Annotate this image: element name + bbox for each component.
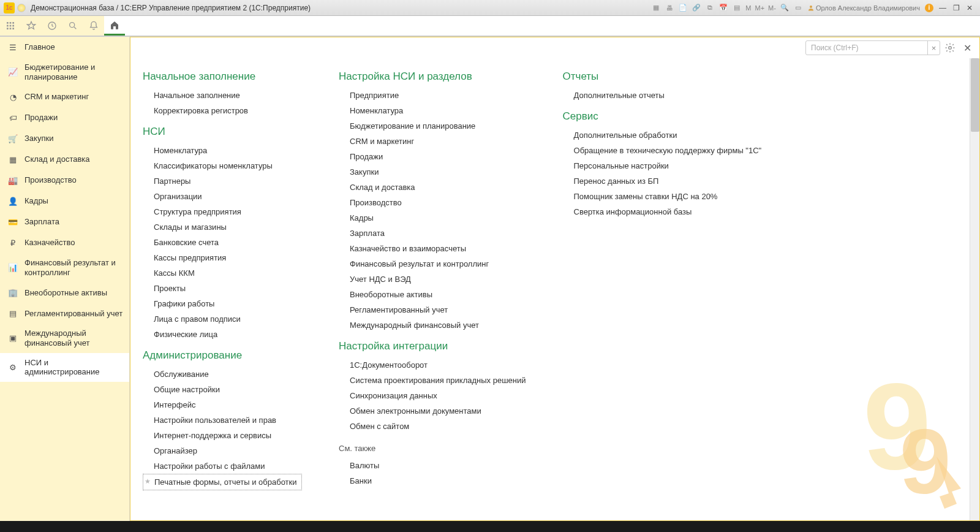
scale-m-minus[interactable]: M- bbox=[768, 4, 776, 12]
link-user-rights-settings[interactable]: Настройки пользователей и прав bbox=[143, 412, 302, 428]
toolbar-calc-icon[interactable]: ▤ bbox=[731, 2, 742, 13]
sidebar-item-main[interactable]: ☰Главное bbox=[0, 37, 129, 58]
link-cfg-budget[interactable]: Бюджетирование и планирование bbox=[339, 118, 526, 134]
current-user[interactable]: Орлов Александр Владимирович bbox=[807, 4, 920, 12]
link-internet-support[interactable]: Интернет-поддержка и сервисы bbox=[143, 428, 302, 443]
sidebar-item-salary[interactable]: 💳Зарплата bbox=[0, 211, 129, 232]
sidebar-item-warehouse[interactable]: ▦Склад и доставка bbox=[0, 149, 129, 170]
link-cfg-hr[interactable]: Кадры bbox=[339, 210, 526, 226]
link-cfg-intlaccount[interactable]: Международный финансовый учет bbox=[339, 317, 526, 333]
link-projects[interactable]: Проекты bbox=[143, 281, 302, 296]
minimize-button[interactable]: — bbox=[936, 2, 949, 13]
info-icon[interactable]: i bbox=[925, 4, 933, 12]
panel-settings-button[interactable] bbox=[943, 40, 957, 55]
link-vat20-assistant[interactable]: Помощник замены ставки НДС на 20% bbox=[563, 189, 762, 204]
link-enterprise-cashdesks[interactable]: Кассы предприятия bbox=[143, 250, 302, 265]
link-partners[interactable]: Партнеры bbox=[143, 173, 302, 189]
link-interface[interactable]: Интерфейс bbox=[143, 397, 302, 412]
link-bp-data-transfer[interactable]: Перенос данных из БП bbox=[563, 173, 762, 189]
link-cfg-sales[interactable]: Продажи bbox=[339, 149, 526, 164]
toolbar-link-icon[interactable]: 🔗 bbox=[691, 2, 702, 13]
maximize-button[interactable]: ❐ bbox=[949, 2, 963, 13]
link-warehouses-stores[interactable]: Склады и магазины bbox=[143, 219, 302, 235]
sidebar-item-finresult[interactable]: 📊Финансовый результат и контроллинг bbox=[0, 253, 129, 282]
link-data-sync[interactable]: Синхронизация данных bbox=[339, 388, 526, 403]
scrollbar[interactable] bbox=[970, 58, 979, 520]
link-cfg-treasury[interactable]: Казначейство и взаиморасчеты bbox=[339, 241, 526, 256]
toolbar-compare-icon[interactable]: ⧉ bbox=[704, 2, 715, 13]
link-kkm-cashdesks[interactable]: Кассы ККМ bbox=[143, 265, 302, 281]
link-support-request[interactable]: Обращение в техническую поддержку фирмы … bbox=[563, 143, 762, 158]
link-1c-docflow[interactable]: 1С:Документооборот bbox=[339, 357, 526, 373]
link-additional-reports[interactable]: Дополнительные отчеты bbox=[563, 88, 762, 103]
toolbar-calendar-icon[interactable]: 📅 bbox=[718, 2, 729, 13]
scale-m[interactable]: M bbox=[745, 4, 751, 12]
link-cfg-vat-ved[interactable]: Учет НДС и ВЭД bbox=[339, 272, 526, 287]
section-see-also: См. также bbox=[339, 444, 526, 453]
link-appdesign-system[interactable]: Система проектирования прикладных решени… bbox=[339, 373, 526, 388]
link-individuals[interactable]: Физические лица bbox=[143, 327, 302, 342]
scrollbar-thumb[interactable] bbox=[971, 58, 979, 132]
toolbar-doc-icon[interactable]: 📄 bbox=[677, 2, 688, 13]
link-organizer[interactable]: Органайзер bbox=[143, 443, 302, 458]
sidebar-item-nsi-admin[interactable]: ⚙НСИ и администрирование bbox=[0, 353, 129, 382]
link-maintenance[interactable]: Обслуживание bbox=[143, 367, 302, 382]
sidebar-item-intlaccount[interactable]: ▣Международный финансовый учет bbox=[0, 324, 129, 352]
search-input[interactable] bbox=[806, 44, 927, 52]
link-cfg-production[interactable]: Производство bbox=[339, 195, 526, 210]
link-additional-processing[interactable]: Дополнительные обработки bbox=[563, 127, 762, 143]
link-site-exchange[interactable]: Обмен с сайтом bbox=[339, 419, 526, 434]
toolbar-print-icon[interactable]: 🖶 bbox=[664, 2, 675, 13]
home-tab[interactable] bbox=[104, 16, 125, 36]
sidebar-item-hr[interactable]: 👤Кадры bbox=[0, 191, 129, 211]
link-nomenclature[interactable]: Номенклатура bbox=[143, 143, 302, 158]
link-nomenclature-classifiers[interactable]: Классификаторы номенклатуры bbox=[143, 158, 302, 173]
favorites-button[interactable] bbox=[21, 16, 42, 36]
sidebar-item-crm[interactable]: ◔CRM и маркетинг bbox=[0, 86, 129, 107]
globe-icon: ▣ bbox=[6, 333, 20, 343]
toolbar-grid-icon[interactable]: ▦ bbox=[650, 2, 662, 13]
link-cfg-warehouse[interactable]: Склад и доставка bbox=[339, 180, 526, 195]
sidebar-item-budget[interactable]: 📈Бюджетирование и планирование bbox=[0, 58, 129, 86]
link-register-correction[interactable]: Корректировка регистров bbox=[143, 103, 302, 118]
sidebar-item-regaccount[interactable]: ▤Регламентированный учет bbox=[0, 303, 129, 324]
link-signatories[interactable]: Лица с правом подписи bbox=[143, 311, 302, 327]
link-cfg-regaccount[interactable]: Регламентированный учет bbox=[339, 302, 526, 317]
history-button[interactable] bbox=[42, 16, 62, 36]
link-cfg-purchases[interactable]: Закупки bbox=[339, 164, 526, 180]
link-currencies[interactable]: Валюты bbox=[339, 458, 526, 473]
link-cfg-nomenclature[interactable]: Номенклатура bbox=[339, 103, 526, 118]
sidebar-item-purchases[interactable]: 🛒Закупки bbox=[0, 128, 129, 149]
link-cfg-salary[interactable]: Зарплата bbox=[339, 226, 526, 241]
link-print-forms-reports[interactable]: Печатные формы, отчеты и обработки bbox=[143, 474, 302, 490]
sidebar-item-sales[interactable]: 🏷Продажи bbox=[0, 107, 129, 128]
toolbar-book-icon[interactable]: ▭ bbox=[793, 2, 804, 13]
search-box[interactable]: × bbox=[805, 40, 940, 55]
link-personal-settings[interactable]: Персональные настройки bbox=[563, 158, 762, 173]
link-initial-fill[interactable]: Начальное заполнение bbox=[143, 88, 302, 103]
scale-m-plus[interactable]: M+ bbox=[755, 4, 765, 12]
panel-close-button[interactable]: ✕ bbox=[960, 40, 974, 55]
link-cfg-enterprise[interactable]: Предприятие bbox=[339, 88, 526, 103]
search-clear-button[interactable]: × bbox=[927, 41, 940, 55]
link-cfg-finresult[interactable]: Финансовый результат и контроллинг bbox=[339, 256, 526, 272]
sidebar-item-assets[interactable]: 🏢Внеоборотные активы bbox=[0, 282, 129, 303]
link-work-schedules[interactable]: Графики работы bbox=[143, 296, 302, 311]
link-cfg-assets[interactable]: Внеоборотные активы bbox=[339, 287, 526, 302]
search-button[interactable] bbox=[62, 16, 83, 36]
link-cfg-crm[interactable]: CRM и маркетинг bbox=[339, 134, 526, 149]
sidebar-item-production[interactable]: 🏭Производство bbox=[0, 170, 129, 191]
link-bank-accounts[interactable]: Банковские счета bbox=[143, 235, 302, 250]
link-organizations[interactable]: Организации bbox=[143, 189, 302, 204]
close-button[interactable]: ✕ bbox=[963, 2, 976, 13]
link-db-collapse[interactable]: Свертка информационной базы bbox=[563, 204, 762, 219]
link-edoc-exchange[interactable]: Обмен электронными документами bbox=[339, 403, 526, 419]
apps-button[interactable] bbox=[0, 16, 21, 36]
toolbar-search-icon[interactable]: 🔍 bbox=[779, 2, 790, 13]
sidebar-item-treasury[interactable]: ₽Казначейство bbox=[0, 232, 129, 253]
link-general-settings[interactable]: Общие настройки bbox=[143, 382, 302, 397]
link-enterprise-structure[interactable]: Структура предприятия bbox=[143, 204, 302, 219]
notifications-button[interactable] bbox=[83, 16, 104, 36]
link-file-settings[interactable]: Настройки работы с файлами bbox=[143, 458, 302, 474]
link-banks[interactable]: Банки bbox=[339, 473, 526, 488]
